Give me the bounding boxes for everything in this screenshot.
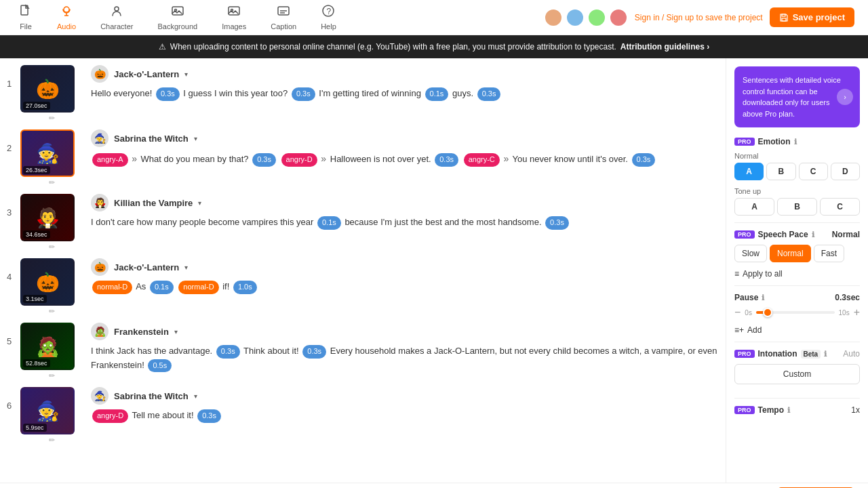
char-avatar-4: 🎃 — [91, 258, 108, 276]
nav-items: File Audio Character Background Images — [14, 1, 342, 33]
char-dropdown-2[interactable]: ▾ — [194, 135, 197, 142]
thumb-col-1: 🎃 27.0sec ✏ — [20, 65, 83, 123]
scene-edit-4[interactable]: ✏ — [49, 307, 55, 316]
scene-thumb-2[interactable]: 🧙 26.3sec — [20, 129, 75, 177]
sign-in-text: Sign in / Sign up to save the project — [635, 13, 763, 22]
nav-character[interactable]: Character — [95, 1, 138, 33]
emotion-tone-a[interactable]: A — [734, 198, 774, 216]
pause-decrease-button[interactable]: − — [734, 306, 741, 319]
thumb-col-4: 🎃 3.1sec ✏ — [20, 258, 83, 316]
nav-character-label: Character — [100, 22, 133, 30]
scene-text-3: I don't care how many people become vamp… — [91, 216, 719, 230]
scene-thumb-6[interactable]: 🧙 5.9sec — [20, 387, 75, 434]
nav-images[interactable]: Images — [216, 1, 252, 33]
scene-text-5: I think Jack has the advantage. 0.3s Thi… — [91, 344, 719, 373]
char-dropdown-6[interactable]: ▾ — [194, 392, 197, 400]
bottom-bar: ⏮ ⏪ ▶ ⏩ 00:00 / 02:30 (Estimate time) Wa… — [0, 483, 868, 488]
pause-slider-thumb[interactable] — [763, 308, 772, 317]
scene-thumb-4[interactable]: 🎃 3.1sec — [20, 258, 75, 306]
scene-content-5: 🧟 Frankenstein ▾ I think Jack has the ad… — [91, 323, 719, 373]
scene-row-6: 6 🧙 5.9sec ✏ 🧙 Sabrina the Witch ▾ angry… — [0, 387, 726, 445]
tempo-info-icon[interactable]: ℹ — [787, 406, 790, 415]
scene-time-2: 26.3sec — [23, 166, 50, 174]
pro-badge-emotion: PRO — [734, 138, 755, 146]
tempo-section-label: PRO Tempo ℹ — [734, 405, 790, 415]
scene-edit-3[interactable]: ✏ — [49, 243, 55, 251]
char-dropdown-4[interactable]: ▾ — [184, 264, 188, 271]
emotion-badge: angry-D — [92, 409, 128, 423]
pause-info-icon[interactable]: ℹ — [762, 293, 764, 302]
emotion-normal-d[interactable]: D — [831, 163, 860, 180]
char-dropdown-1[interactable]: ▾ — [184, 70, 188, 78]
scene-edit-1[interactable]: ✏ — [49, 114, 55, 123]
add-button[interactable]: ≡+ Add — [734, 325, 860, 335]
scene-edit-5[interactable]: ✏ — [49, 371, 55, 380]
nav-audio[interactable]: Audio — [52, 1, 81, 33]
scene-row-2: 2 🧙 26.3sec ✏ 🧙 Sabrina the Witch ▾ angr… — [0, 129, 726, 187]
scene-number-5: 5 — [7, 336, 20, 346]
apply-all-label: Apply to all — [743, 269, 783, 279]
emotion-tone-c[interactable]: C — [820, 198, 860, 216]
pace-slow-button[interactable]: Slow — [734, 245, 767, 262]
emotion-normal-a[interactable]: A — [734, 163, 764, 180]
pause-increase-button[interactable]: + — [854, 306, 860, 319]
scene-edit-6[interactable]: ✏ — [49, 436, 55, 445]
pro-badge-tempo: PRO — [734, 406, 755, 414]
character-header-6: 🧙 Sabrina the Witch ▾ — [91, 387, 719, 405]
custom-intonation-button[interactable]: Custom — [734, 364, 860, 384]
nav-caption-label: Caption — [271, 22, 296, 30]
nav-caption[interactable]: Caption — [265, 1, 302, 33]
apply-all-button[interactable]: ≡ Apply to all — [734, 269, 860, 279]
character-icon — [110, 4, 123, 21]
scene-thumb-1[interactable]: 🎃 27.0sec — [20, 65, 75, 113]
emotion-normal-c[interactable]: C — [799, 163, 828, 180]
pause-slider-container: − 0s 10s + — [734, 306, 860, 319]
scene-row-3: 3 🧛 34.6sec ✏ 🧛 Killian the Vampire ▾ I … — [0, 194, 726, 251]
scene-time-1: 27.0sec — [23, 102, 50, 110]
pause-value: 0.3sec — [835, 293, 860, 302]
nav-file[interactable]: File — [14, 1, 38, 33]
divider-1 — [734, 222, 860, 223]
character-header-4: 🎃 Jack-o'-Lantern ▾ — [91, 258, 719, 276]
nav-background[interactable]: Background — [152, 1, 203, 33]
scene-row-4: 4 🎃 3.1sec ✏ 🎃 Jack-o'-Lantern ▾ normal-… — [0, 258, 726, 316]
pause-badge: 0.3s — [252, 153, 276, 167]
emotion-tone-b[interactable]: B — [777, 198, 817, 216]
intonation-value: Auto — [843, 349, 860, 359]
pause-slider-track[interactable] — [756, 311, 835, 314]
emotion-badge: angry-C — [464, 153, 500, 167]
intonation-info-icon[interactable]: ℹ — [824, 350, 827, 359]
add-icon: ≡+ — [734, 325, 744, 335]
character-header-5: 🧟 Frankenstein ▾ — [91, 323, 719, 340]
emotion-normal-b[interactable]: B — [766, 163, 795, 180]
nav-background-label: Background — [157, 22, 197, 30]
nav-help[interactable]: ? Help — [315, 1, 342, 33]
char-name-2: Sabrina the Witch — [114, 134, 189, 144]
char-dropdown-5[interactable]: ▾ — [174, 328, 178, 336]
sign-up-link[interactable]: Sign up — [667, 13, 694, 22]
scene-content-1: 🎃 Jack-o'-Lantern ▾ Hello everyone! 0.3s… — [91, 65, 719, 101]
save-project-button[interactable]: Save project — [770, 7, 854, 27]
emotion-badge: angry-A — [92, 153, 128, 167]
scene-edit-2[interactable]: ✏ — [49, 178, 55, 187]
intonation-section-label: PRO Intonation Beta ℹ — [734, 349, 827, 359]
pro-tip-text: Sentences with detailed voice control fu… — [743, 76, 841, 118]
emotion-info-icon[interactable]: ℹ — [794, 138, 797, 146]
speech-pace-info-icon[interactable]: ℹ — [812, 230, 814, 239]
scene-thumb-5[interactable]: 🧟 52.8sec — [20, 323, 75, 370]
beta-badge: Beta — [801, 350, 821, 359]
pace-fast-button[interactable]: Fast — [814, 245, 844, 262]
scene-thumb-3[interactable]: 🧛 34.6sec — [20, 194, 75, 241]
pause-badge: 0.3s — [632, 153, 656, 167]
pace-normal-button[interactable]: Normal — [770, 245, 811, 262]
scene-time-4: 3.1sec — [23, 295, 47, 303]
pause-section: Pause ℹ 0.3sec − 0s 10s + — [734, 293, 860, 319]
attribution-link[interactable]: Attribution guidelines › — [620, 42, 709, 52]
char-dropdown-3[interactable]: ▾ — [198, 199, 201, 207]
pause-badge: 0.3s — [292, 87, 315, 101]
pause-badge: 1.0s — [233, 281, 257, 294]
normal-row-label: Normal — [734, 152, 860, 160]
pro-tip-arrow[interactable]: › — [837, 89, 853, 105]
nav-help-label: Help — [321, 22, 336, 30]
pause-badge: 0.1s — [317, 216, 341, 230]
